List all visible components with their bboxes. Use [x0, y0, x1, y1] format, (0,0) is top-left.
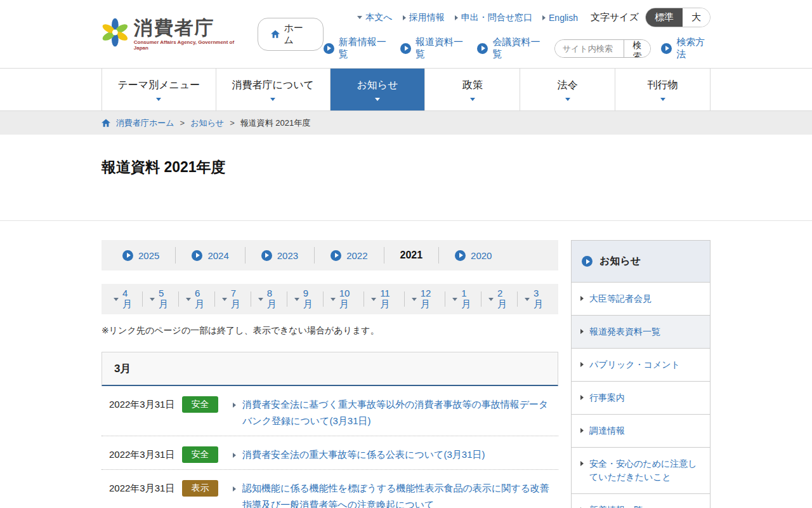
- chevron-down-icon: [294, 298, 299, 301]
- chevron-down-icon: [186, 298, 191, 301]
- main-content: 2025 2024 2023 2022 2021 2020: [102, 240, 558, 508]
- news-row: 2022年3月31日 表示 認知機能に係る機能性を標ぼうする機能性表示食品の表示…: [102, 470, 558, 508]
- month-link-5[interactable]: 5月: [143, 291, 179, 307]
- chevron-right-icon: [233, 453, 236, 458]
- chevron-right-icon: [542, 15, 546, 20]
- nav-tab-laws[interactable]: 法令: [520, 69, 615, 110]
- circle-arrow-icon: [661, 43, 672, 54]
- contact-link[interactable]: 申出・問合せ窓口: [455, 12, 532, 23]
- sidebar-item-public-comment[interactable]: パブリック・コメント: [572, 348, 710, 381]
- sidebar-item-press-conference[interactable]: 大臣等記者会見: [572, 282, 710, 315]
- chevron-right-icon: [233, 403, 236, 408]
- news-date: 2022年3月31日: [109, 396, 180, 413]
- chevron-right-icon: [580, 461, 584, 466]
- sidebar-item-procurement[interactable]: 調達情報: [572, 414, 710, 447]
- circle-arrow-icon: [331, 250, 341, 261]
- chevron-down-icon: [452, 298, 457, 301]
- month-link-10[interactable]: 10月: [324, 291, 365, 307]
- month-link-1[interactable]: 1月: [445, 291, 481, 307]
- month-section-title: 3月: [114, 361, 546, 376]
- month-link-6[interactable]: 6月: [179, 291, 215, 307]
- logo-pinwheel-icon: [102, 17, 129, 48]
- chevron-right-icon: [455, 15, 458, 20]
- year-tabs: 2025 2024 2023 2022 2021 2020: [102, 240, 558, 271]
- chevron-right-icon: [580, 296, 584, 301]
- chevron-down-icon: [150, 298, 155, 301]
- month-link-7[interactable]: 7月: [215, 291, 251, 307]
- chevron-right-icon: [580, 329, 584, 334]
- circle-arrow-icon: [455, 250, 466, 261]
- nav-tab-about[interactable]: 消費者庁について: [216, 69, 331, 110]
- link-notice: ※リンク先のページの一部は終了し、表示できない場合があります。: [102, 325, 558, 337]
- month-section-header: 3月: [102, 352, 558, 386]
- nav-tab-policy[interactable]: 政策: [425, 69, 520, 110]
- news-row: 2022年3月31日 安全 消費者安全法の重大事故等に係る公表について(3月31…: [102, 436, 558, 470]
- sidebar-item-events[interactable]: 行事案内: [572, 381, 710, 414]
- category-badge: 表示: [182, 480, 218, 497]
- circle-arrow-icon: [477, 43, 488, 54]
- nav-tab-news[interactable]: お知らせ: [331, 69, 426, 110]
- recruit-link[interactable]: 採用情報: [403, 12, 445, 23]
- chevron-down-icon: [357, 16, 362, 19]
- year-tab-2021-current: 2021: [384, 247, 440, 264]
- year-tab-2024[interactable]: 2024: [176, 247, 245, 264]
- month-link-4[interactable]: 4月: [107, 291, 143, 307]
- nav-tab-theme-menu[interactable]: テーマ別メニュー: [102, 69, 216, 110]
- english-link[interactable]: English: [542, 13, 578, 23]
- sidebar-item-press-release-list[interactable]: 報道発表資料一覧: [572, 315, 710, 348]
- font-size-large-button[interactable]: 大: [683, 8, 710, 27]
- year-tab-2025[interactable]: 2025: [107, 247, 176, 264]
- sidebar-item-new-info-list[interactable]: 新着情報一覧: [572, 493, 710, 508]
- search-button[interactable]: 検索: [624, 40, 651, 57]
- news-date: 2022年3月31日: [109, 480, 180, 497]
- category-badge: 安全: [182, 446, 218, 463]
- chevron-down-icon: [371, 298, 376, 301]
- breadcrumb-home-link[interactable]: 消費者庁ホーム: [116, 117, 174, 129]
- agency-name-en: Consumer Affairs Agency, Government of J…: [134, 39, 242, 51]
- breadcrumb-news-link[interactable]: お知らせ: [190, 117, 224, 129]
- new-info-list-link[interactable]: 新着情報一覧: [324, 36, 390, 60]
- font-size-standard-button[interactable]: 標準: [646, 8, 683, 27]
- chevron-down-icon: [488, 298, 494, 301]
- search-help-link[interactable]: 検索方法: [661, 36, 710, 60]
- search-input[interactable]: [555, 40, 624, 57]
- skip-to-content-link[interactable]: 本文へ: [357, 12, 392, 23]
- home-button[interactable]: ホーム: [258, 18, 324, 51]
- month-link-3[interactable]: 3月: [518, 291, 553, 307]
- news-row: 2022年3月31日 安全 消費者安全法に基づく重大事故等以外の消費者事故等の事…: [102, 386, 558, 436]
- circle-arrow-icon: [261, 250, 272, 261]
- news-date: 2022年3月31日: [109, 446, 180, 463]
- circle-arrow-icon: [582, 256, 593, 267]
- breadcrumb-current: 報道資料 2021年度: [240, 117, 311, 129]
- meeting-materials-list-link[interactable]: 会議資料一覧: [477, 36, 544, 60]
- chevron-down-icon: [270, 98, 275, 101]
- chevron-down-icon: [660, 98, 665, 101]
- sidebar-item-safety-cautions[interactable]: 安全・安心のために注意していただきたいこと: [572, 447, 710, 493]
- news-sidebar: お知らせ 大臣等記者会見 報道発表資料一覧 パブリック・コメント 行事案内 調達…: [571, 240, 710, 508]
- news-link[interactable]: 認知機能に係る機能性を標ぼうする機能性表示食品の表示に関する改善指導及び一般消費…: [242, 480, 551, 508]
- year-tab-2023[interactable]: 2023: [246, 247, 315, 264]
- month-link-11[interactable]: 11月: [364, 291, 405, 307]
- news-list: 2022年3月31日 安全 消費者安全法に基づく重大事故等以外の消費者事故等の事…: [102, 386, 558, 508]
- font-size-toggle: 標準 大: [645, 8, 710, 27]
- month-links: 4月 5月 6月 7月 8月 9月 10月 11月 12月 1月 2月 3月: [102, 284, 558, 314]
- agency-logo[interactable]: 消費者庁 Consumer Affairs Agency, Government…: [102, 17, 242, 51]
- chevron-down-icon: [470, 98, 475, 101]
- chevron-right-icon: [580, 362, 584, 367]
- chevron-down-icon: [375, 98, 380, 101]
- main-navigation: テーマ別メニュー 消費者庁について お知らせ 政策 法令 刊行物: [0, 68, 812, 111]
- year-tab-2020[interactable]: 2020: [439, 247, 508, 264]
- month-link-8[interactable]: 8月: [251, 291, 287, 307]
- news-link[interactable]: 消費者安全法に基づく重大事故等以外の消費者事故等の事故情報データバンク登録につい…: [242, 396, 551, 429]
- home-icon: [271, 30, 280, 38]
- month-link-2[interactable]: 2月: [481, 291, 518, 307]
- news-link[interactable]: 消費者安全法の重大事故等に係る公表について(3月31日): [242, 446, 551, 463]
- chevron-right-icon: [580, 395, 584, 400]
- month-link-12[interactable]: 12月: [405, 291, 446, 307]
- nav-tab-publications[interactable]: 刊行物: [615, 69, 710, 110]
- year-tab-2022[interactable]: 2022: [315, 247, 384, 264]
- chevron-down-icon: [412, 298, 417, 301]
- font-size-label: 文字サイズ: [591, 11, 639, 23]
- month-link-9[interactable]: 9月: [287, 291, 324, 307]
- press-materials-list-link[interactable]: 報道資料一覧: [400, 36, 467, 60]
